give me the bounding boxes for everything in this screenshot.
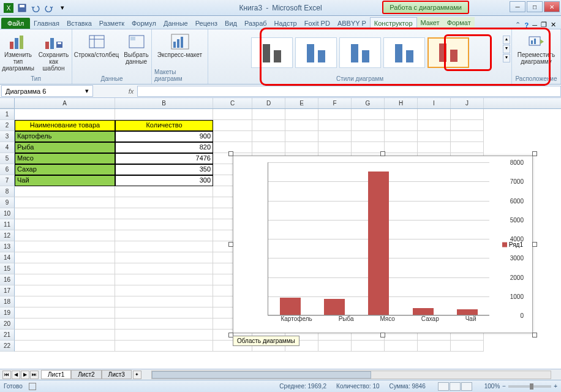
cell-A17[interactable] — [15, 285, 115, 296]
zoom-slider[interactable] — [508, 385, 551, 388]
col-header-D[interactable]: D — [252, 98, 285, 108]
zoom-out-button[interactable]: − — [502, 383, 506, 390]
macro-record-icon[interactable] — [29, 383, 36, 390]
cell-G4[interactable] — [352, 142, 385, 153]
worksheet-grid[interactable]: ABCDEFGHIJ 12Наименование товараКоличест… — [0, 98, 561, 369]
cell-I22[interactable] — [418, 341, 451, 352]
tab-Разраб[interactable]: Разраб — [241, 18, 271, 29]
cell-H3[interactable] — [385, 131, 418, 142]
cell-A7[interactable]: Чай — [15, 175, 115, 186]
row-header-13[interactable]: 13 — [0, 241, 15, 252]
cell-G3[interactable] — [352, 131, 385, 142]
row-header-14[interactable]: 14 — [0, 252, 15, 263]
cell-A10[interactable] — [15, 208, 115, 219]
cell-B20[interactable] — [115, 318, 213, 330]
cell-B17[interactable] — [115, 285, 213, 296]
cell-A18[interactable] — [15, 296, 115, 307]
tab-Макет[interactable]: Макет — [417, 17, 443, 29]
col-header-A[interactable]: A — [15, 98, 115, 108]
cell-B9[interactable] — [115, 197, 213, 208]
sheet-nav-first[interactable]: ⏮ — [2, 371, 11, 379]
embedded-chart[interactable]: 010002000300040005000600070008000 Картоф… — [233, 156, 533, 333]
cell-J4[interactable] — [451, 142, 484, 153]
cell-A11[interactable] — [15, 219, 115, 230]
tab-Формат[interactable]: Формат — [443, 17, 475, 29]
row-header-18[interactable]: 18 — [0, 296, 15, 307]
row-header-10[interactable]: 10 — [0, 208, 15, 219]
cell-A2[interactable]: Наименование товара — [15, 120, 115, 131]
cell-D4[interactable] — [252, 142, 285, 153]
chart-plot-area[interactable] — [268, 162, 489, 315]
cell-B3[interactable]: 900 — [115, 131, 213, 142]
cell-B6[interactable]: 350 — [115, 164, 213, 175]
cell-I3[interactable] — [418, 131, 451, 142]
tab-Разметк[interactable]: Разметк — [96, 18, 128, 29]
row-header-11[interactable]: 11 — [0, 219, 15, 230]
select-all-corner[interactable] — [0, 98, 15, 108]
undo-icon[interactable] — [29, 2, 42, 14]
cell-B22[interactable] — [115, 341, 213, 352]
tab-Вид[interactable]: Вид — [221, 18, 241, 29]
col-header-H[interactable]: H — [385, 98, 418, 108]
row-header-16[interactable]: 16 — [0, 274, 15, 285]
cell-G2[interactable] — [352, 120, 385, 131]
cell-B4[interactable]: 820 — [115, 142, 213, 153]
row-header-4[interactable]: 4 — [0, 142, 15, 153]
chart-bar-Чай[interactable] — [457, 309, 478, 315]
zoom-in-button[interactable]: + — [554, 383, 557, 390]
cell-B12[interactable] — [115, 230, 213, 241]
excel-icon[interactable]: X — [2, 2, 15, 14]
cell-B13[interactable] — [115, 241, 213, 252]
minimize-button[interactable]: ─ — [510, 1, 525, 12]
cell-B7[interactable]: 300 — [115, 175, 213, 186]
chart-style-2[interactable] — [295, 37, 337, 68]
cell-B1[interactable] — [115, 109, 213, 120]
row-header-22[interactable]: 22 — [0, 341, 15, 352]
tab-Конструктор[interactable]: Конструктор — [370, 17, 417, 29]
cell-A13[interactable] — [15, 241, 115, 252]
col-header-I[interactable]: I — [418, 98, 451, 108]
cell-E4[interactable] — [285, 142, 318, 153]
switch-row-column-button[interactable]: Строка/столбец — [73, 31, 121, 59]
tab-Надстр[interactable]: Надстр — [271, 18, 301, 29]
chart-legend[interactable]: Ряд1 — [502, 241, 523, 248]
cell-G1[interactable] — [352, 109, 385, 120]
maximize-button[interactable]: □ — [527, 1, 543, 12]
cell-A20[interactable] — [15, 318, 115, 330]
sheet-tab-Лист1[interactable]: Лист1 — [41, 370, 71, 379]
move-chart-button[interactable]: Переместить диаграмму — [514, 31, 559, 66]
formula-input[interactable] — [137, 86, 561, 97]
cell-A8[interactable] — [15, 186, 115, 197]
view-page-layout-button[interactable] — [450, 382, 461, 391]
cell-C4[interactable] — [213, 142, 252, 153]
wb-restore-icon[interactable]: ❐ — [541, 21, 547, 29]
chart-bar-Мясо[interactable] — [368, 172, 389, 315]
horizontal-scrollbar[interactable] — [151, 371, 551, 379]
row-header-12[interactable]: 12 — [0, 230, 15, 241]
sheet-tab-Лист2[interactable]: Лист2 — [71, 370, 101, 379]
zoom-level[interactable]: 100% — [484, 383, 500, 390]
cell-G22[interactable] — [352, 341, 385, 352]
cell-J3[interactable] — [451, 131, 484, 142]
tab-Главная[interactable]: Главная — [30, 18, 63, 29]
row-header-20[interactable]: 20 — [0, 318, 15, 330]
cell-E3[interactable] — [285, 131, 318, 142]
redo-icon[interactable] — [43, 2, 55, 14]
fx-icon[interactable]: fx — [125, 88, 137, 95]
view-normal-button[interactable] — [438, 382, 449, 391]
cell-F1[interactable] — [318, 109, 352, 120]
cell-B15[interactable] — [115, 263, 213, 274]
row-header-7[interactable]: 7 — [0, 175, 15, 186]
namebox-dropdown-icon[interactable]: ▾ — [85, 87, 89, 95]
cell-H1[interactable] — [385, 109, 418, 120]
chart-style-3[interactable] — [339, 37, 381, 68]
cell-F2[interactable] — [318, 120, 352, 131]
col-header-E[interactable]: E — [285, 98, 318, 108]
cell-A6[interactable]: Сахар — [15, 164, 115, 175]
cell-I2[interactable] — [418, 120, 451, 131]
cell-I1[interactable] — [418, 109, 451, 120]
cell-D3[interactable] — [252, 131, 285, 142]
cell-B19[interactable] — [115, 307, 213, 318]
cell-J2[interactable] — [451, 120, 484, 131]
help-icon[interactable]: ? — [524, 21, 529, 29]
